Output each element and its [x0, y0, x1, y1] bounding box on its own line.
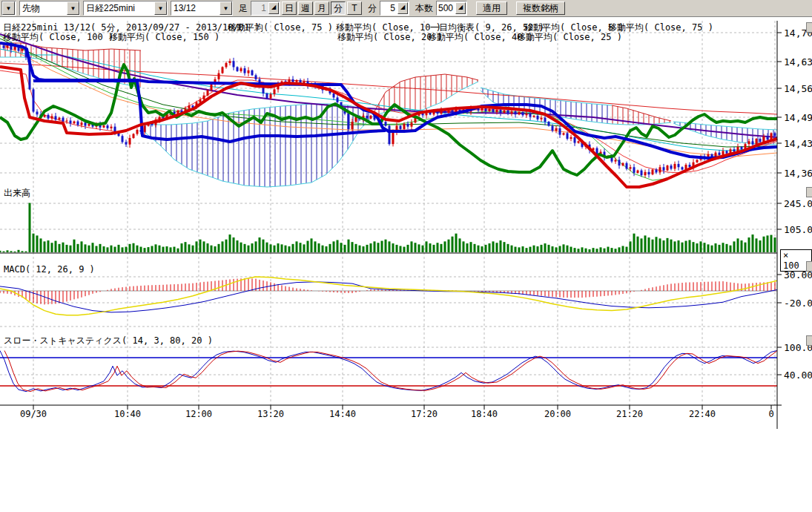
legend-entry: 移動平均( Close, 75 )	[228, 22, 333, 34]
volume-panel-title: 出来高	[4, 187, 30, 200]
chevron-down-icon[interactable]: ▼	[154, 1, 167, 15]
time-axis-label: 09/30	[17, 409, 50, 419]
period-week-button[interactable]: 週	[298, 1, 313, 15]
legend-entry: 移動平均( Close, 75 )	[608, 22, 713, 34]
bar-count-label: 本数	[415, 2, 433, 15]
minute-label: 分	[368, 2, 377, 15]
price-axis-label: 14,630	[784, 56, 812, 68]
spinner-icon[interactable]: ◢	[455, 2, 466, 14]
symbol-select[interactable]: 日経225mini ▼	[83, 1, 168, 16]
time-axis-label: 18:40	[468, 409, 501, 419]
history-dropdown[interactable]: ▼	[1, 1, 16, 16]
volume-axis-label: 245.00	[784, 198, 812, 209]
period-month-button[interactable]: 月	[314, 1, 329, 15]
stoch-panel-title: スロー・ストキャスティクス( 14, 3, 80, 20 )	[4, 335, 213, 347]
contract-month-select[interactable]: 13/12 ▼	[171, 1, 233, 16]
chevron-down-icon[interactable]: ▼	[2, 1, 15, 15]
panel-corner-button	[806, 187, 812, 197]
bar-interval-stepper[interactable]: 1 ◢	[251, 1, 280, 16]
time-axis-label: 22:40	[686, 409, 719, 419]
time-axis-label: 20:00	[541, 409, 574, 419]
chart-canvas[interactable]	[0, 0, 812, 512]
time-axis-label: 12:00	[182, 409, 215, 419]
bar-type-label: 足	[239, 2, 248, 15]
price-axis-label: 14,360	[784, 168, 812, 179]
macd-panel-title: MACD( 12, 26, 9 )	[4, 264, 95, 275]
legend-entry: 移動平均( Close, 20 )	[337, 31, 443, 44]
chevron-down-icon[interactable]: ▼	[219, 1, 232, 15]
price-axis-label: 14,495	[784, 112, 812, 123]
chevron-down-icon[interactable]: ▼	[67, 1, 79, 15]
time-axis-label: 13:20	[254, 409, 287, 419]
period-minute-button[interactable]: 分	[331, 1, 346, 15]
time-axis-label: 17:20	[408, 409, 440, 419]
panel-corner-button	[806, 261, 812, 272]
period-day-button[interactable]: 日	[282, 1, 297, 15]
time-axis-label: 14:40	[326, 409, 359, 419]
price-axis-label: 14,430	[784, 138, 812, 149]
apply-button[interactable]: 適用	[476, 1, 507, 15]
panel-corner-button	[806, 335, 812, 346]
period-tick-button[interactable]: T	[347, 1, 362, 15]
price-axis-label: 14,565	[784, 83, 812, 94]
legend-entry: 移動平均( Close, 150 )	[109, 31, 219, 44]
legend-entry: 移動平均( Close, 100 )	[3, 31, 113, 44]
time-axis-label: 0	[755, 409, 788, 419]
minute-value-stepper[interactable]: 5 ◢	[380, 1, 409, 16]
toolbar: ▼ 先物 ▼ 日経225mini ▼ 13/12 ▼ 足 1 ◢ 日 週 月 分…	[0, 0, 812, 17]
stoch-axis-label: 40.00	[784, 370, 812, 381]
market-select[interactable]: 先物 ▼	[19, 1, 80, 16]
legend-entry: 移動平均( Close, 25 )	[517, 31, 622, 44]
multi-symbol-button[interactable]: 複数銘柄	[516, 1, 565, 15]
macd-axis-label: -20.00	[784, 298, 812, 309]
time-axis-label: 10:40	[111, 409, 144, 419]
app-window: { "toolbar": { "history_dropdown": "▼", …	[0, 0, 812, 512]
spinner-icon[interactable]: ◢	[397, 2, 408, 14]
bar-count-stepper[interactable]: 500 ◢	[436, 1, 467, 16]
spinner-icon[interactable]: ◢	[268, 2, 279, 14]
panel-corner-button	[806, 22, 812, 33]
time-axis-label: 21:20	[613, 409, 646, 419]
volume-axis-label: 105.00	[784, 224, 812, 235]
